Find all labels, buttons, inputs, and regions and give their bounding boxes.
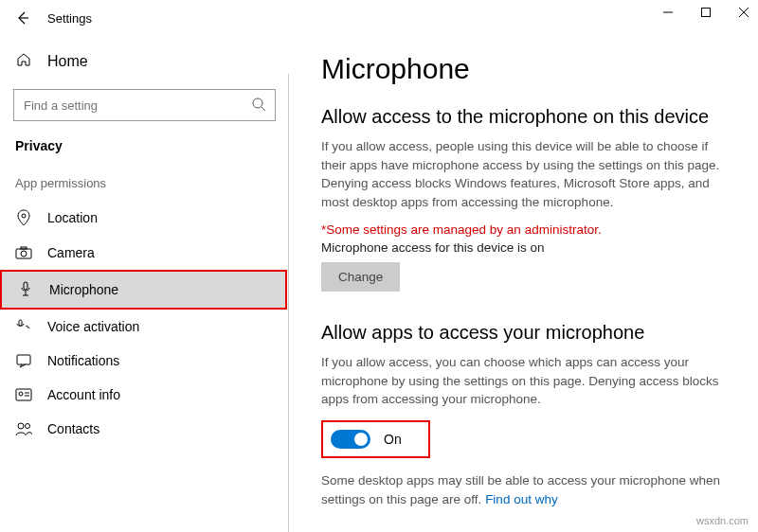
sidebar-item-label: Location	[47, 210, 98, 225]
sidebar-item-label: Voice activation	[47, 319, 139, 334]
sidebar-item-label: Account info	[47, 387, 120, 402]
sidebar-separator	[288, 74, 289, 532]
sidebar-section-header: App permissions	[0, 176, 289, 200]
sidebar-item-account-info[interactable]: Account info	[0, 378, 289, 412]
apps-access-toggle-row: On	[321, 420, 430, 458]
maximize-button[interactable]	[697, 4, 714, 21]
voice-activation-icon	[15, 319, 32, 334]
account-info-icon	[15, 388, 32, 401]
svg-rect-15	[17, 355, 30, 364]
svg-point-20	[18, 423, 24, 429]
svg-point-21	[26, 424, 30, 429]
camera-icon	[15, 246, 32, 259]
sidebar-item-notifications[interactable]: Notifications	[0, 344, 289, 378]
sidebar-item-label: Microphone	[49, 282, 118, 297]
watermark: wsxdn.com	[696, 515, 749, 526]
sidebar-category: Privacy	[0, 138, 289, 176]
sidebar-item-contacts[interactable]: Contacts	[0, 412, 289, 446]
microphone-icon	[17, 281, 34, 298]
svg-rect-10	[21, 247, 27, 249]
sidebar-item-microphone[interactable]: Microphone	[0, 270, 287, 310]
find-out-why-link[interactable]: Find out why	[485, 492, 558, 506]
toggle-label: On	[384, 432, 402, 447]
sidebar-item-label: Contacts	[47, 421, 99, 436]
sidebar-item-voice-activation[interactable]: Voice activation	[0, 310, 289, 344]
svg-rect-2	[702, 9, 711, 17]
contacts-icon	[15, 421, 32, 436]
svg-point-9	[21, 251, 27, 257]
sidebar-home[interactable]: Home	[0, 44, 289, 80]
sidebar-item-label: Camera	[47, 245, 95, 260]
search-input[interactable]	[13, 89, 276, 121]
device-access-status: Microphone access for this device is on	[321, 240, 731, 255]
svg-rect-11	[24, 282, 27, 290]
footnote: Some desktop apps may still be able to a…	[321, 471, 731, 508]
svg-point-7	[22, 214, 26, 218]
change-button[interactable]: Change	[321, 262, 400, 292]
back-button[interactable]	[8, 3, 38, 33]
sidebar-home-label: Home	[47, 53, 88, 70]
sidebar-item-location[interactable]: Location	[0, 200, 289, 236]
section2-title: Allow apps to access your microphone	[321, 322, 731, 344]
sidebar-item-camera[interactable]: Camera	[0, 236, 289, 270]
sidebar-item-label: Notifications	[47, 353, 119, 368]
apps-access-toggle[interactable]	[331, 430, 370, 449]
minimize-button[interactable]	[659, 4, 677, 21]
sidebar: Home Privacy App permissions Location Ca…	[0, 36, 289, 532]
app-title: Settings	[47, 11, 92, 26]
svg-rect-16	[16, 389, 31, 400]
location-icon	[15, 209, 32, 226]
page-title: Microphone	[321, 53, 731, 85]
admin-warning: *Some settings are managed by an adminis…	[321, 222, 731, 237]
section1-body: If you allow access, people using this d…	[321, 137, 731, 211]
svg-rect-14	[19, 320, 22, 326]
notifications-icon	[15, 353, 32, 368]
main-content: Microphone Allow access to the microphon…	[289, 36, 758, 532]
close-button[interactable]	[735, 4, 752, 21]
home-icon	[15, 51, 32, 72]
svg-point-17	[19, 392, 23, 396]
section2-body: If you allow access, you can choose whic…	[321, 353, 731, 409]
section1-title: Allow access to the microphone on this d…	[321, 106, 731, 128]
